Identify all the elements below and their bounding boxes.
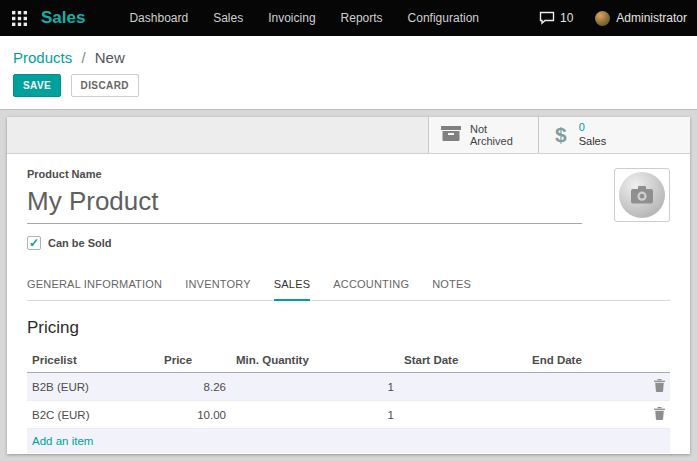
cell-price[interactable]: 8.26 <box>159 373 231 401</box>
product-header-row: Product Name ✓ Can be Sold <box>27 168 670 250</box>
sales-stat-button[interactable]: $ 0 Sales <box>538 117 690 153</box>
can-be-sold-label: Can be Sold <box>48 237 112 249</box>
stat-button-band: Not Archived $ 0 Sales <box>7 117 690 154</box>
user-menu[interactable]: Administrator <box>616 11 687 25</box>
user-avatar[interactable] <box>595 11 610 26</box>
messages-count[interactable]: 10 <box>560 11 573 25</box>
nav-item-reports[interactable]: Reports <box>341 11 383 25</box>
app-brand-title[interactable]: Sales <box>41 8 85 28</box>
cell-min-quantity[interactable]: 1 <box>231 401 399 429</box>
tab-general-information[interactable]: GENERAL INFORMATION <box>27 270 162 300</box>
cell-start-date[interactable] <box>399 373 527 401</box>
tab-notes[interactable]: NOTES <box>432 270 471 300</box>
breadcrumb-products-link[interactable]: Products <box>13 49 72 66</box>
pricelist-table: Pricelist Price Min. Quantity Start Date… <box>27 349 670 453</box>
archive-stat-label: Not Archived <box>470 123 526 147</box>
pricelist-row-b2b[interactable]: B2B (EUR) 8.26 1 <box>27 373 670 401</box>
top-navbar: Sales Dashboard Sales Invoicing Reports … <box>0 0 697 36</box>
apps-grid-icon[interactable] <box>12 11 27 26</box>
form-action-buttons: SAVE DISCARD <box>0 71 697 109</box>
nav-item-configuration[interactable]: Configuration <box>408 11 479 25</box>
cell-start-date[interactable] <box>399 401 527 429</box>
cell-end-date[interactable] <box>527 373 642 401</box>
main-menu: Dashboard Sales Invoicing Reports Config… <box>129 11 504 25</box>
breadcrumb-separator: / <box>81 49 85 66</box>
save-button[interactable]: SAVE <box>13 74 61 97</box>
nav-item-sales[interactable]: Sales <box>213 11 243 25</box>
tab-accounting[interactable]: ACCOUNTING <box>333 270 409 300</box>
col-header-actions <box>642 349 670 373</box>
cell-price[interactable]: 10.00 <box>159 401 231 429</box>
sales-stat-count: 0 <box>579 121 607 135</box>
col-header-price: Price <box>159 349 231 373</box>
cell-min-quantity[interactable]: 1 <box>231 373 399 401</box>
pricelist-row-b2c[interactable]: B2C (EUR) 10.00 1 <box>27 401 670 429</box>
product-image-placeholder[interactable] <box>614 168 670 222</box>
add-item-link[interactable]: Add an item <box>27 429 670 454</box>
dollar-icon: $ <box>555 123 567 147</box>
nav-item-invoicing[interactable]: Invoicing <box>268 11 315 25</box>
form-sheet-body: Product Name ✓ Can be Sold <box>7 154 690 454</box>
camera-placeholder-circle <box>619 172 665 218</box>
can-be-sold-checkbox[interactable]: ✓ <box>27 236 41 250</box>
product-name-label: Product Name <box>27 168 582 180</box>
product-name-input[interactable] <box>27 182 582 224</box>
discard-button[interactable]: DISCARD <box>71 74 139 97</box>
form-sheet: Not Archived $ 0 Sales Product Name ✓ <box>7 117 690 454</box>
add-item-row[interactable]: Add an item <box>27 429 670 454</box>
breadcrumb: Products / New <box>0 36 697 71</box>
notebook-tabs: GENERAL INFORMATION INVENTORY SALES ACCO… <box>27 270 670 301</box>
cell-pricelist[interactable]: B2C (EUR) <box>27 401 159 429</box>
delete-row-icon[interactable] <box>654 379 665 394</box>
col-header-end-date: End Date <box>527 349 642 373</box>
archive-box-icon <box>441 125 461 145</box>
can-be-sold-row: ✓ Can be Sold <box>27 236 582 250</box>
tab-inventory[interactable]: INVENTORY <box>185 270 251 300</box>
stat-band-spacer <box>7 117 428 153</box>
tab-sales[interactable]: SALES <box>274 270 310 301</box>
col-header-min-quantity: Min. Quantity <box>231 349 399 373</box>
sales-stat-text: 0 Sales <box>579 121 607 149</box>
messages-icon[interactable] <box>539 11 555 25</box>
product-name-block: Product Name ✓ Can be Sold <box>27 168 582 250</box>
cell-end-date[interactable] <box>527 401 642 429</box>
col-header-start-date: Start Date <box>399 349 527 373</box>
form-view-area: Not Archived $ 0 Sales Product Name ✓ <box>0 109 697 461</box>
sales-stat-label: Sales <box>579 135 607 149</box>
checkmark-icon: ✓ <box>29 237 39 249</box>
nav-item-dashboard[interactable]: Dashboard <box>129 11 188 25</box>
pricelist-header-row: Pricelist Price Min. Quantity Start Date… <box>27 349 670 373</box>
archive-stat-button[interactable]: Not Archived <box>428 117 538 153</box>
pricing-section-title: Pricing <box>27 318 670 338</box>
delete-row-icon[interactable] <box>654 407 665 422</box>
navbar-right: 10 Administrator <box>539 11 697 26</box>
col-header-pricelist: Pricelist <box>27 349 159 373</box>
camera-icon <box>631 186 653 204</box>
cell-pricelist[interactable]: B2B (EUR) <box>27 373 159 401</box>
breadcrumb-current: New <box>95 49 125 66</box>
